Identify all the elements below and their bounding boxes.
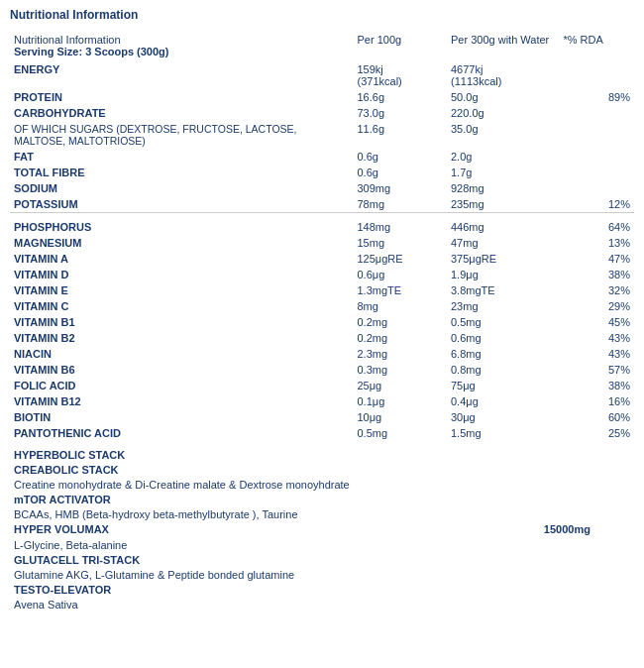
row-label: PANTOTHENIC ACID bbox=[10, 425, 354, 441]
table-row: MAGNESIUM15mg47mg13% bbox=[10, 235, 634, 251]
stack-row: TESTO-ELEVATOR bbox=[10, 582, 634, 597]
row-per300: 2.0g bbox=[447, 149, 559, 165]
row-per300: 375μgRE bbox=[447, 251, 559, 267]
stack-row: CREABOLIC STACK bbox=[10, 462, 634, 477]
stack-row: HYPER VOLUMAX15000mg bbox=[10, 521, 634, 537]
row-per300: 47mg bbox=[447, 235, 559, 251]
row-per300: 0.4μg bbox=[447, 393, 559, 409]
row-per300: 1.5mg bbox=[447, 425, 559, 441]
row-per100: 125μgRE bbox=[354, 251, 448, 267]
row-rda: 64% bbox=[559, 213, 634, 236]
row-label: ENERGY bbox=[10, 61, 354, 89]
stack-label: Creatine monohydrate & Di-Creatine malat… bbox=[10, 477, 528, 492]
stack-row: Creatine monohydrate & Di-Creatine malat… bbox=[10, 477, 634, 492]
stack-value bbox=[540, 462, 622, 477]
row-label: VITAMIN E bbox=[10, 282, 354, 298]
table-row: TOTAL FIBRE0.6g1.7g bbox=[10, 165, 634, 180]
table-row: ENERGY159kj (371kcal)4677kj (1113kcal) bbox=[10, 61, 634, 89]
row-per100: 0.6μg bbox=[354, 267, 448, 282]
row-per300: 3.8mgTE bbox=[447, 282, 559, 298]
row-per300: 1.7g bbox=[447, 165, 559, 180]
row-rda: 43% bbox=[559, 330, 634, 346]
stack-value bbox=[540, 506, 622, 521]
stack-label: CREABOLIC STACK bbox=[10, 462, 528, 477]
stack-value bbox=[540, 477, 622, 492]
row-rda: 12% bbox=[559, 196, 634, 213]
row-label: FAT bbox=[10, 149, 354, 165]
row-rda: 43% bbox=[559, 346, 634, 362]
row-label: PHOSPHORUS bbox=[10, 213, 354, 236]
row-label: VITAMIN A bbox=[10, 251, 354, 267]
col-header-rda: *% RDA bbox=[559, 32, 634, 61]
stack-value bbox=[540, 597, 622, 612]
table-row: VITAMIN B10.2mg0.5mg45% bbox=[10, 314, 634, 330]
row-per100: 0.1μg bbox=[354, 393, 448, 409]
row-per300: 75μg bbox=[447, 378, 559, 393]
serving-size: Serving Size: 3 Scoops (300g) bbox=[14, 46, 350, 57]
table-row: FAT0.6g2.0g bbox=[10, 149, 634, 165]
row-label: FOLIC ACID bbox=[10, 378, 354, 393]
stack-label: mTOR ACTIVATOR bbox=[10, 492, 528, 506]
row-label: VITAMIN D bbox=[10, 267, 354, 282]
row-per100: 10μg bbox=[354, 409, 448, 425]
row-rda: 89% bbox=[559, 89, 634, 105]
stack-label: TESTO-ELEVATOR bbox=[10, 582, 528, 597]
row-per100: 159kj (371kcal) bbox=[354, 61, 448, 89]
row-per100: 11.6g bbox=[354, 121, 448, 149]
row-per300: 35.0g bbox=[447, 121, 559, 149]
row-label: SODIUM bbox=[10, 180, 354, 196]
row-per100: 25μg bbox=[354, 378, 448, 393]
row-per300: 6.8mg bbox=[447, 346, 559, 362]
row-label: VITAMIN B6 bbox=[10, 362, 354, 378]
row-rda: 25% bbox=[559, 425, 634, 441]
stack-row: L-Glycine, Beta-alanine bbox=[10, 537, 634, 552]
row-per100: 309mg bbox=[354, 180, 448, 196]
stack-value bbox=[540, 552, 622, 567]
stack-row: HYPERBOLIC STACK bbox=[10, 447, 634, 462]
row-rda bbox=[559, 165, 634, 180]
table-row: POTASSIUM78mg235mg12% bbox=[10, 196, 634, 213]
stack-row: mTOR ACTIVATOR bbox=[10, 492, 634, 506]
stack-row: Glutamine AKG, L-Glutamine & Peptide bon… bbox=[10, 567, 634, 582]
table-row: PANTOTHENIC ACID0.5mg1.5mg25% bbox=[10, 425, 634, 441]
table-row: PHOSPHORUS148mg446mg64% bbox=[10, 213, 634, 236]
row-rda: 38% bbox=[559, 378, 634, 393]
row-per300: 235mg bbox=[447, 196, 559, 213]
row-rda: 57% bbox=[559, 362, 634, 378]
row-label: CARBOHYDRATE bbox=[10, 105, 354, 121]
table-row: VITAMIN E1.3mgTE3.8mgTE32% bbox=[10, 282, 634, 298]
row-rda bbox=[559, 149, 634, 165]
row-rda: 32% bbox=[559, 282, 634, 298]
stack-value bbox=[540, 447, 622, 462]
stack-value bbox=[540, 582, 622, 597]
row-per300: 0.8mg bbox=[447, 362, 559, 378]
row-per100: 0.6g bbox=[354, 149, 448, 165]
table-row: NIACIN2.3mg6.8mg43% bbox=[10, 346, 634, 362]
stack-label: HYPERBOLIC STACK bbox=[10, 447, 528, 462]
stack-value: 15000mg bbox=[540, 521, 622, 537]
stack-row: GLUTACELL TRI-STACK bbox=[10, 552, 634, 567]
stack-row: Avena Sativa bbox=[10, 597, 634, 612]
table-row: VITAMIN D0.6μg1.9μg38% bbox=[10, 267, 634, 282]
table-row: VITAMIN B60.3mg0.8mg57% bbox=[10, 362, 634, 378]
row-per100: 16.6g bbox=[354, 89, 448, 105]
row-per100: 0.3mg bbox=[354, 362, 448, 378]
table-row: OF WHICH SUGARS (DEXTROSE, FRUCTOSE, LAC… bbox=[10, 121, 634, 149]
row-per300: 0.6mg bbox=[447, 330, 559, 346]
table-row: VITAMIN A125μgRE375μgRE47% bbox=[10, 251, 634, 267]
row-label: PROTEIN bbox=[10, 89, 354, 105]
row-rda: 13% bbox=[559, 235, 634, 251]
table-row: VITAMIN C8mg23mg29% bbox=[10, 298, 634, 314]
row-rda bbox=[559, 61, 634, 89]
row-label: OF WHICH SUGARS (DEXTROSE, FRUCTOSE, LAC… bbox=[10, 121, 354, 149]
table-row: PROTEIN16.6g50.0g89% bbox=[10, 89, 634, 105]
row-rda: 29% bbox=[559, 298, 634, 314]
row-per100: 0.2mg bbox=[354, 330, 448, 346]
row-label: POTASSIUM bbox=[10, 196, 354, 213]
col-header-per300: Per 300g with Water bbox=[447, 32, 559, 61]
row-rda: 38% bbox=[559, 267, 634, 282]
row-per300: 220.0g bbox=[447, 105, 559, 121]
stack-value bbox=[540, 537, 622, 552]
row-per100: 78mg bbox=[354, 196, 448, 213]
stack-value bbox=[540, 567, 622, 582]
